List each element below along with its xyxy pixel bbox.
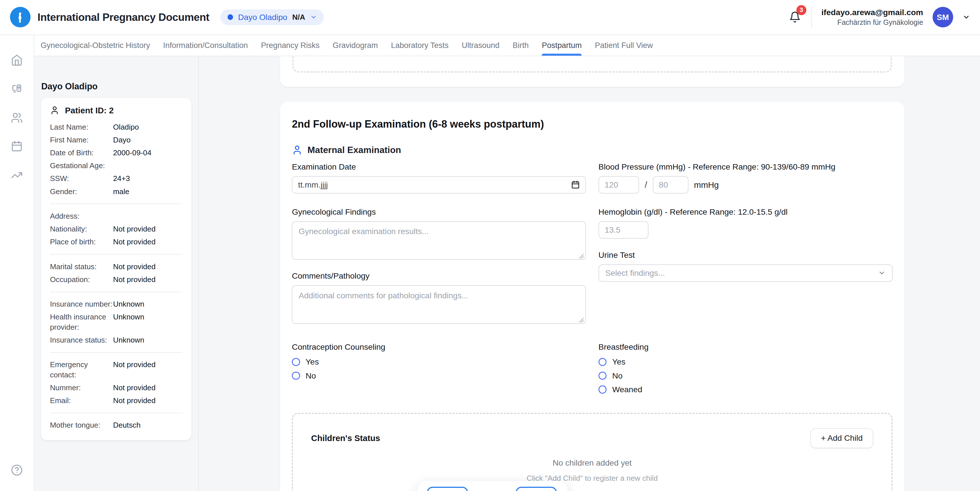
examination-date-field[interactable] — [292, 176, 586, 194]
info-label: Gender: — [50, 187, 113, 197]
user-email: ifedayo.arewa@gmail.com — [821, 7, 923, 18]
floating-action-button-1[interactable] — [427, 487, 468, 491]
radio-label: No — [612, 371, 622, 381]
radio-group-label: Breastfeeding — [598, 343, 892, 351]
radio-option-yes[interactable]: Yes — [598, 355, 892, 369]
nav-calendar[interactable] — [11, 140, 23, 153]
patient-info-row: Gestational Age: — [50, 160, 183, 172]
nav-rail — [0, 35, 34, 491]
radio-label: Yes — [612, 357, 625, 367]
hemoglobin-field[interactable] — [598, 221, 649, 238]
examination-date-input[interactable] — [298, 180, 571, 189]
tab-ultrasound[interactable]: Ultrasound — [462, 35, 500, 56]
bp-diastolic-field[interactable] — [653, 176, 689, 194]
radio-option-yes[interactable]: Yes — [292, 355, 586, 369]
info-label: Insurance number: — [50, 299, 113, 309]
home-icon — [11, 54, 23, 66]
children-empty-hint: Click "Add Child" to register a new chil… — [311, 474, 873, 483]
hemoglobin-input[interactable] — [605, 225, 642, 235]
patient-info-row: First Name:Dayo — [50, 133, 183, 146]
info-value: Dayo — [113, 135, 130, 145]
children-status-header: Children's Status + Add Child — [311, 428, 873, 448]
radio-button[interactable] — [292, 358, 300, 366]
tab-information-consultation[interactable]: Information/Consultation — [163, 35, 248, 56]
radio-button[interactable] — [598, 385, 606, 393]
info-label: Place of birth: — [50, 237, 113, 247]
info-value: Unknown — [113, 312, 144, 332]
gyn-findings-label: Gynecological Findings — [292, 208, 586, 216]
children-status-box: Children's Status + Add Child No childre… — [292, 413, 892, 491]
add-child-button[interactable]: + Add Child — [810, 428, 873, 448]
divider — [50, 254, 183, 255]
info-value: Not provided — [113, 237, 156, 247]
info-value: 2000-09-04 — [113, 148, 151, 158]
help-button[interactable] — [11, 464, 23, 476]
tab-gravidogram[interactable]: Gravidogram — [332, 35, 378, 56]
body-row: Dayo Oladipo Patient ID: 2 Last Name:Ola… — [34, 56, 980, 491]
radio-button[interactable] — [598, 372, 606, 380]
user-info[interactable]: ifedayo.arewa@gmail.com Fachärztin für G… — [821, 7, 923, 27]
radio-option-no[interactable]: No — [598, 369, 892, 383]
patient-info-row: Gender:male — [50, 185, 183, 198]
patient-info-row: Insurance number:Unknown — [50, 298, 183, 311]
nav-patients[interactable] — [11, 112, 23, 124]
previous-section-card — [280, 56, 905, 87]
info-label: Nummer: — [50, 383, 113, 393]
radio-label: No — [305, 371, 316, 381]
bp-separator: / — [645, 180, 648, 190]
notifications-button[interactable]: 3 — [788, 10, 802, 24]
children-empty-title: No children added yet — [311, 458, 873, 467]
main-panel: 2nd Follow-up Examination (6-8 weeks pos… — [199, 56, 980, 491]
info-value: Not provided — [113, 360, 156, 380]
tab-gynecological-obstetric-history[interactable]: Gynecological-Obstetric History — [41, 35, 150, 56]
floating-action-button-2[interactable] — [516, 487, 557, 491]
calendar-icon[interactable] — [571, 180, 580, 189]
header-divider — [811, 6, 812, 29]
trending-up-icon — [11, 169, 23, 181]
urine-test-select[interactable]: Select findings... — [598, 264, 892, 282]
hemoglobin-label: Hemoglobin (g/dl) - Reference Range: 12.… — [598, 208, 892, 216]
form-col-right: Blood Pressure (mmHg) - Reference Range:… — [598, 162, 892, 326]
urine-test-label: Urine Test — [598, 251, 892, 259]
nav-devices[interactable] — [11, 83, 23, 95]
radio-group-contraception-counseling: Contraception CounselingYesNo — [292, 343, 586, 397]
gyn-findings-field — [292, 221, 586, 262]
nav-home[interactable] — [11, 54, 23, 66]
tab-bar: Gynecological-Obstetric HistoryInformati… — [34, 35, 980, 56]
patient-info-row: Nummer:Not provided — [50, 381, 183, 394]
info-label: Gestational Age: — [50, 161, 113, 171]
tab-postpartum[interactable]: Postpartum — [542, 35, 582, 56]
avatar[interactable]: SM — [932, 7, 953, 27]
comments-textarea[interactable] — [292, 285, 586, 324]
app-shell: Gynecological-Obstetric HistoryInformati… — [0, 35, 980, 491]
bp-systolic-field[interactable] — [598, 176, 639, 194]
patient-info-row: SSW:24+3 — [50, 172, 183, 185]
info-label: Email: — [50, 396, 113, 406]
info-value: Not provided — [113, 275, 156, 284]
children-status-title: Children's Status — [311, 433, 380, 443]
tab-laboratory-tests[interactable]: Laboratory Tests — [391, 35, 449, 56]
blood-pressure-label: Blood Pressure (mmHg) - Reference Range:… — [598, 162, 892, 171]
bp-systolic-input[interactable] — [605, 180, 633, 189]
bp-diastolic-input[interactable] — [659, 180, 682, 189]
nav-analytics[interactable] — [11, 169, 23, 181]
patient-selector[interactable]: Dayo Oladipo N/A — [220, 10, 324, 25]
app-logo — [10, 7, 30, 27]
chevron-down-icon — [310, 14, 317, 21]
tab-pregnancy-risks[interactable]: Pregnancy Risks — [261, 35, 320, 56]
gyn-findings-textarea[interactable] — [292, 221, 586, 260]
patient-info-list: Last Name:OladipoFirst Name:DayoDate of … — [50, 121, 183, 432]
tab-patient-full-view[interactable]: Patient Full View — [595, 35, 653, 56]
radio-button[interactable] — [598, 358, 606, 366]
radio-groups-row: Contraception CounselingYesNoBreastfeedi… — [292, 343, 892, 397]
user-menu-chevron-icon[interactable] — [963, 13, 970, 21]
info-value: Deutsch — [113, 420, 140, 430]
radio-option-no[interactable]: No — [292, 369, 586, 383]
patient-info-row: Health insurance provider:Unknown — [50, 311, 183, 334]
radio-button[interactable] — [292, 372, 300, 380]
form-col-left: Examination Date Gynecological Findings — [292, 162, 586, 326]
status-dot — [228, 14, 233, 20]
info-label: Last Name: — [50, 122, 113, 132]
radio-option-weaned[interactable]: Weaned — [598, 383, 892, 396]
tab-birth[interactable]: Birth — [512, 35, 528, 56]
